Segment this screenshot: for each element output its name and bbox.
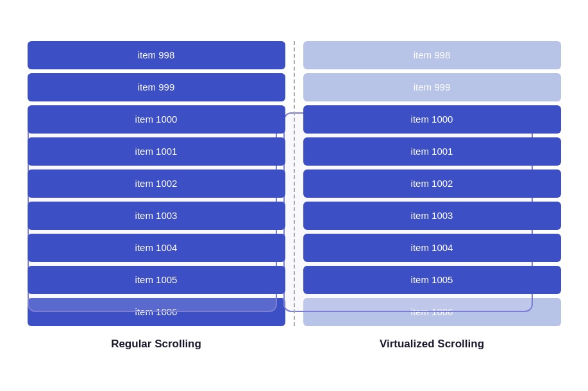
item-label: item 1005 (135, 274, 178, 285)
right-column: item 998 item 999 item 1000 item 1001 it… (294, 41, 570, 326)
list-item: item 1004 (28, 234, 285, 262)
list-item: item 1006 (303, 298, 561, 326)
item-label: item 1000 (411, 114, 453, 125)
item-label: item 1003 (411, 210, 453, 221)
item-label: item 999 (414, 82, 451, 92)
labels-row: Regular Scrolling Virtualized Scrolling (19, 338, 570, 351)
list-item: item 1003 (28, 202, 285, 230)
item-label: item 1001 (411, 146, 453, 157)
list-item: item 999 (28, 73, 285, 101)
list-item: item 998 (28, 41, 285, 69)
list-item: item 1001 (303, 137, 561, 166)
item-label: item 1005 (411, 274, 453, 285)
list-item: item 1001 (28, 137, 285, 166)
item-label: item 1002 (411, 178, 453, 189)
column-divider (294, 41, 295, 326)
item-label: item 998 (138, 49, 175, 60)
list-item: item 1003 (303, 202, 561, 230)
item-label: item 1004 (411, 242, 453, 253)
left-column: item 998 item 999 item 1000 item 1001 it… (19, 41, 294, 326)
item-label: item 1006 (411, 306, 453, 317)
list-item: item 1005 (28, 266, 285, 294)
item-label: item 999 (138, 82, 175, 92)
item-label: item 1006 (135, 306, 178, 317)
item-label: item 1002 (135, 178, 178, 189)
left-column-label: Regular Scrolling (19, 338, 294, 351)
item-label: item 1003 (135, 210, 178, 221)
list-item: item 1005 (303, 266, 561, 294)
columns-wrapper: item 998 item 999 item 1000 item 1001 it… (19, 41, 570, 326)
diagram-container: item 998 item 999 item 1000 item 1001 it… (19, 41, 570, 351)
list-item: item 999 (303, 73, 561, 101)
list-item: item 1006 (28, 298, 285, 326)
list-item: item 1000 (303, 105, 561, 134)
list-item: item 998 (303, 41, 561, 69)
item-label: item 1000 (135, 114, 178, 125)
item-label: item 1004 (135, 242, 178, 253)
item-label: item 1001 (135, 146, 178, 157)
list-item: item 1002 (28, 169, 285, 198)
list-item: item 1004 (303, 234, 561, 262)
right-column-label: Virtualized Scrolling (294, 338, 570, 351)
list-item: item 1002 (303, 169, 561, 198)
item-label: item 998 (414, 49, 451, 60)
list-item: item 1000 (28, 105, 285, 134)
